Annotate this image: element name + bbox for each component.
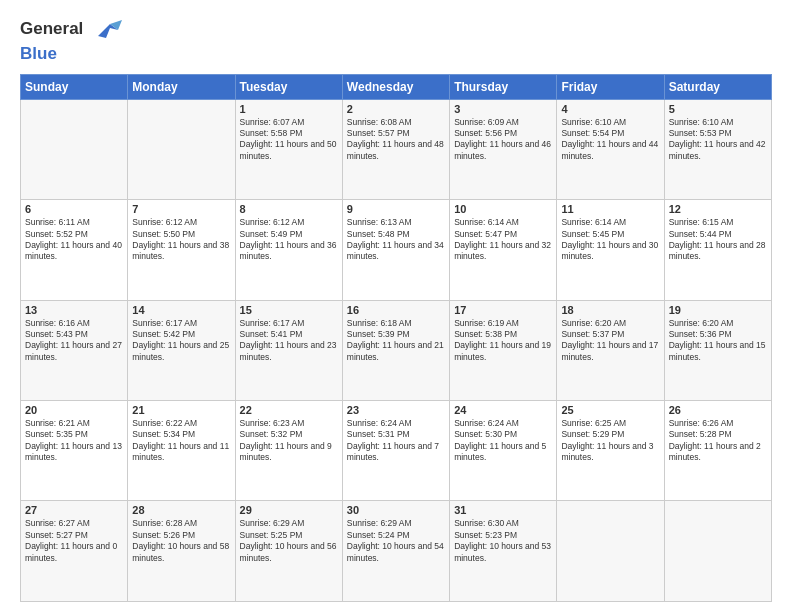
day-cell: 10Sunrise: 6:14 AMSunset: 5:47 PMDayligh…	[450, 200, 557, 300]
day-cell: 6Sunrise: 6:11 AMSunset: 5:52 PMDaylight…	[21, 200, 128, 300]
day-info: Sunrise: 6:20 AMSunset: 5:36 PMDaylight:…	[669, 318, 767, 364]
day-info: Sunrise: 6:19 AMSunset: 5:38 PMDaylight:…	[454, 318, 552, 364]
day-info: Sunrise: 6:10 AMSunset: 5:54 PMDaylight:…	[561, 117, 659, 163]
day-info: Sunrise: 6:14 AMSunset: 5:45 PMDaylight:…	[561, 217, 659, 263]
day-info: Sunrise: 6:25 AMSunset: 5:29 PMDaylight:…	[561, 418, 659, 464]
day-cell: 16Sunrise: 6:18 AMSunset: 5:39 PMDayligh…	[342, 300, 449, 400]
week-row-3: 13Sunrise: 6:16 AMSunset: 5:43 PMDayligh…	[21, 300, 772, 400]
day-cell: 7Sunrise: 6:12 AMSunset: 5:50 PMDaylight…	[128, 200, 235, 300]
day-info: Sunrise: 6:24 AMSunset: 5:31 PMDaylight:…	[347, 418, 445, 464]
day-number: 8	[240, 203, 338, 215]
header-row: SundayMondayTuesdayWednesdayThursdayFrid…	[21, 74, 772, 99]
day-number: 17	[454, 304, 552, 316]
day-number: 16	[347, 304, 445, 316]
day-info: Sunrise: 6:30 AMSunset: 5:23 PMDaylight:…	[454, 518, 552, 564]
day-cell: 15Sunrise: 6:17 AMSunset: 5:41 PMDayligh…	[235, 300, 342, 400]
day-number: 12	[669, 203, 767, 215]
day-number: 21	[132, 404, 230, 416]
day-info: Sunrise: 6:12 AMSunset: 5:49 PMDaylight:…	[240, 217, 338, 263]
day-number: 15	[240, 304, 338, 316]
col-header-monday: Monday	[128, 74, 235, 99]
col-header-friday: Friday	[557, 74, 664, 99]
logo-general: General	[20, 16, 122, 44]
day-cell: 21Sunrise: 6:22 AMSunset: 5:34 PMDayligh…	[128, 401, 235, 501]
day-cell: 13Sunrise: 6:16 AMSunset: 5:43 PMDayligh…	[21, 300, 128, 400]
week-row-2: 6Sunrise: 6:11 AMSunset: 5:52 PMDaylight…	[21, 200, 772, 300]
svg-marker-1	[110, 20, 122, 30]
col-header-saturday: Saturday	[664, 74, 771, 99]
day-cell: 18Sunrise: 6:20 AMSunset: 5:37 PMDayligh…	[557, 300, 664, 400]
day-number: 26	[669, 404, 767, 416]
day-info: Sunrise: 6:17 AMSunset: 5:42 PMDaylight:…	[132, 318, 230, 364]
day-number: 25	[561, 404, 659, 416]
day-cell: 11Sunrise: 6:14 AMSunset: 5:45 PMDayligh…	[557, 200, 664, 300]
day-info: Sunrise: 6:10 AMSunset: 5:53 PMDaylight:…	[669, 117, 767, 163]
day-number: 23	[347, 404, 445, 416]
day-info: Sunrise: 6:20 AMSunset: 5:37 PMDaylight:…	[561, 318, 659, 364]
day-number: 9	[347, 203, 445, 215]
day-info: Sunrise: 6:09 AMSunset: 5:56 PMDaylight:…	[454, 117, 552, 163]
day-info: Sunrise: 6:12 AMSunset: 5:50 PMDaylight:…	[132, 217, 230, 263]
day-info: Sunrise: 6:14 AMSunset: 5:47 PMDaylight:…	[454, 217, 552, 263]
day-number: 29	[240, 504, 338, 516]
day-number: 11	[561, 203, 659, 215]
day-cell: 4Sunrise: 6:10 AMSunset: 5:54 PMDaylight…	[557, 99, 664, 199]
day-info: Sunrise: 6:11 AMSunset: 5:52 PMDaylight:…	[25, 217, 123, 263]
day-cell: 2Sunrise: 6:08 AMSunset: 5:57 PMDaylight…	[342, 99, 449, 199]
day-cell: 23Sunrise: 6:24 AMSunset: 5:31 PMDayligh…	[342, 401, 449, 501]
day-number: 4	[561, 103, 659, 115]
day-cell: 1Sunrise: 6:07 AMSunset: 5:58 PMDaylight…	[235, 99, 342, 199]
day-cell: 27Sunrise: 6:27 AMSunset: 5:27 PMDayligh…	[21, 501, 128, 602]
day-cell: 30Sunrise: 6:29 AMSunset: 5:24 PMDayligh…	[342, 501, 449, 602]
day-number: 22	[240, 404, 338, 416]
day-info: Sunrise: 6:07 AMSunset: 5:58 PMDaylight:…	[240, 117, 338, 163]
calendar-table: SundayMondayTuesdayWednesdayThursdayFrid…	[20, 74, 772, 602]
day-cell: 17Sunrise: 6:19 AMSunset: 5:38 PMDayligh…	[450, 300, 557, 400]
day-cell: 14Sunrise: 6:17 AMSunset: 5:42 PMDayligh…	[128, 300, 235, 400]
day-number: 3	[454, 103, 552, 115]
col-header-sunday: Sunday	[21, 74, 128, 99]
day-number: 18	[561, 304, 659, 316]
day-cell: 3Sunrise: 6:09 AMSunset: 5:56 PMDaylight…	[450, 99, 557, 199]
day-info: Sunrise: 6:29 AMSunset: 5:24 PMDaylight:…	[347, 518, 445, 564]
day-cell: 22Sunrise: 6:23 AMSunset: 5:32 PMDayligh…	[235, 401, 342, 501]
day-cell: 25Sunrise: 6:25 AMSunset: 5:29 PMDayligh…	[557, 401, 664, 501]
day-info: Sunrise: 6:21 AMSunset: 5:35 PMDaylight:…	[25, 418, 123, 464]
week-row-1: 1Sunrise: 6:07 AMSunset: 5:58 PMDaylight…	[21, 99, 772, 199]
day-number: 24	[454, 404, 552, 416]
day-info: Sunrise: 6:27 AMSunset: 5:27 PMDaylight:…	[25, 518, 123, 564]
day-cell: 24Sunrise: 6:24 AMSunset: 5:30 PMDayligh…	[450, 401, 557, 501]
day-cell: 20Sunrise: 6:21 AMSunset: 5:35 PMDayligh…	[21, 401, 128, 501]
day-cell: 28Sunrise: 6:28 AMSunset: 5:26 PMDayligh…	[128, 501, 235, 602]
day-number: 13	[25, 304, 123, 316]
day-cell: 31Sunrise: 6:30 AMSunset: 5:23 PMDayligh…	[450, 501, 557, 602]
day-number: 5	[669, 103, 767, 115]
col-header-thursday: Thursday	[450, 74, 557, 99]
day-number: 19	[669, 304, 767, 316]
day-info: Sunrise: 6:17 AMSunset: 5:41 PMDaylight:…	[240, 318, 338, 364]
logo-bird-icon	[90, 16, 122, 44]
day-number: 2	[347, 103, 445, 115]
day-number: 1	[240, 103, 338, 115]
day-number: 27	[25, 504, 123, 516]
page: General Blue SundayMondayTuesdayWednesda…	[0, 0, 792, 612]
day-info: Sunrise: 6:28 AMSunset: 5:26 PMDaylight:…	[132, 518, 230, 564]
week-row-5: 27Sunrise: 6:27 AMSunset: 5:27 PMDayligh…	[21, 501, 772, 602]
day-number: 31	[454, 504, 552, 516]
day-info: Sunrise: 6:16 AMSunset: 5:43 PMDaylight:…	[25, 318, 123, 364]
col-header-wednesday: Wednesday	[342, 74, 449, 99]
day-cell	[21, 99, 128, 199]
day-number: 14	[132, 304, 230, 316]
logo: General Blue	[20, 16, 122, 64]
day-cell	[128, 99, 235, 199]
day-cell: 29Sunrise: 6:29 AMSunset: 5:25 PMDayligh…	[235, 501, 342, 602]
week-row-4: 20Sunrise: 6:21 AMSunset: 5:35 PMDayligh…	[21, 401, 772, 501]
day-number: 28	[132, 504, 230, 516]
day-number: 30	[347, 504, 445, 516]
day-info: Sunrise: 6:22 AMSunset: 5:34 PMDaylight:…	[132, 418, 230, 464]
day-cell	[664, 501, 771, 602]
day-info: Sunrise: 6:26 AMSunset: 5:28 PMDaylight:…	[669, 418, 767, 464]
day-info: Sunrise: 6:15 AMSunset: 5:44 PMDaylight:…	[669, 217, 767, 263]
header: General Blue	[20, 16, 772, 64]
day-cell: 26Sunrise: 6:26 AMSunset: 5:28 PMDayligh…	[664, 401, 771, 501]
